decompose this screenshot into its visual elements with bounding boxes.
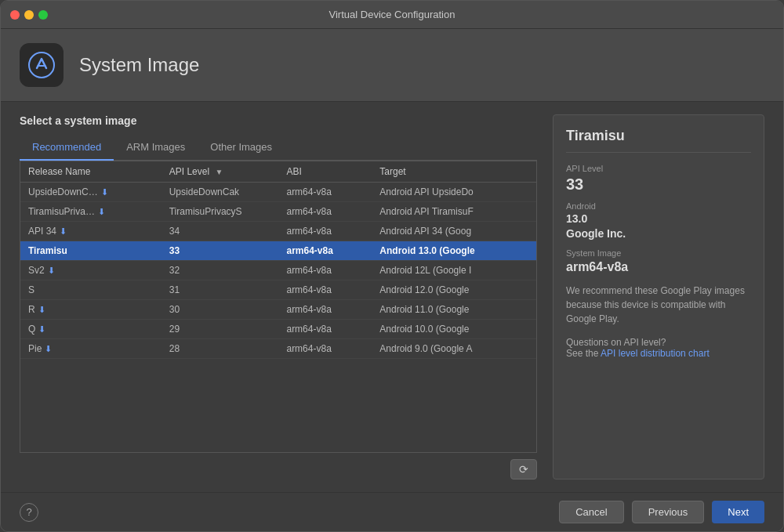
- tab-arm-images[interactable]: ARM Images: [114, 136, 198, 161]
- tab-recommended[interactable]: Recommended: [20, 136, 114, 161]
- table-row[interactable]: S31arm64-v8aAndroid 12.0 (Google: [20, 280, 536, 300]
- system-image-value: arm64-v8a: [566, 259, 751, 274]
- android-version-value: 13.0: [566, 212, 751, 226]
- cell-target: Android 10.0 (Google: [372, 320, 536, 339]
- cell-abi: arm64-v8a: [278, 320, 372, 339]
- footer-buttons: Cancel Previous Next: [559, 501, 764, 523]
- cell-target: Android API UpsideDo: [372, 183, 536, 202]
- col-abi: ABI: [278, 161, 372, 183]
- main-body: Select a system image Recommended ARM Im…: [1, 102, 783, 492]
- cell-api: 31: [162, 280, 279, 300]
- left-panel: Select a system image Recommended ARM Im…: [20, 114, 537, 480]
- see-text: See the: [566, 348, 601, 359]
- cell-target: Android API 34 (Goog: [372, 222, 536, 241]
- api-level-label: API Level: [566, 164, 751, 173]
- android-studio-icon: [27, 51, 56, 79]
- table-row[interactable]: Q⬇29arm64-v8aAndroid 10.0 (Google: [20, 320, 536, 339]
- right-panel: Tiramisu API Level 33 Android 13.0 Googl…: [553, 114, 764, 480]
- cell-target: Android 9.0 (Google A: [372, 339, 536, 359]
- cell-api: 29: [162, 320, 279, 339]
- vendor-value: Google Inc.: [566, 227, 751, 241]
- cell-abi: arm64-v8a: [278, 222, 372, 241]
- cell-api: 33: [162, 241, 279, 261]
- maximize-button[interactable]: [38, 10, 48, 20]
- sort-icon: ▼: [215, 168, 223, 176]
- table-row[interactable]: TiramisuPriva…⬇TiramisuPrivacySarm64-v8a…: [20, 202, 536, 222]
- content-area: System Image Select a system image Recom…: [1, 29, 783, 531]
- table-row[interactable]: Sv2⬇32arm64-v8aAndroid 12L (Google I: [20, 261, 536, 280]
- window-title: Virtual Device Configuration: [329, 9, 456, 20]
- cell-api: 32: [162, 261, 279, 280]
- cell-abi: arm64-v8a: [278, 183, 372, 202]
- cell-api: 28: [162, 339, 279, 359]
- info-title: Tiramisu: [566, 128, 751, 153]
- cell-abi: arm64-v8a: [278, 280, 372, 300]
- cell-release: TiramisuPriva…⬇: [20, 202, 162, 222]
- download-icon[interactable]: ⬇: [48, 266, 55, 275]
- table-row[interactable]: R⬇30arm64-v8aAndroid 11.0 (Google: [20, 300, 536, 320]
- cell-abi: arm64-v8a: [278, 241, 372, 261]
- cell-target: Android 12.0 (Google: [372, 280, 536, 300]
- tabs-bar: Recommended ARM Images Other Images: [20, 136, 537, 161]
- download-icon[interactable]: ⬇: [45, 344, 52, 353]
- cell-abi: arm64-v8a: [278, 339, 372, 359]
- api-chart-link[interactable]: API level distribution chart: [601, 348, 710, 359]
- main-window: Virtual Device Configuration System Imag…: [0, 0, 784, 532]
- table-row[interactable]: UpsideDownC…⬇UpsideDownCakarm64-v8aAndro…: [20, 183, 536, 202]
- cell-api: UpsideDownCak: [162, 183, 279, 202]
- col-api-level[interactable]: API Level ▼: [162, 161, 279, 183]
- cell-release: S: [20, 280, 162, 300]
- info-box: Tiramisu API Level 33 Android 13.0 Googl…: [553, 114, 764, 480]
- cell-api: 30: [162, 300, 279, 320]
- cancel-button[interactable]: Cancel: [559, 501, 623, 523]
- api-level-value: 33: [566, 175, 751, 194]
- cell-release: R⬇: [20, 300, 162, 320]
- cell-release: Pie⬇: [20, 339, 162, 359]
- cell-release: Q⬇: [20, 320, 162, 339]
- question-text: Questions on API level?: [566, 337, 666, 348]
- next-button[interactable]: Next: [712, 501, 764, 523]
- cell-target: Android API TiramisuF: [372, 202, 536, 222]
- refresh-button[interactable]: ⟳: [510, 459, 537, 480]
- refresh-row: ⟳: [20, 459, 537, 480]
- cell-release: Sv2⬇: [20, 261, 162, 280]
- minimize-button[interactable]: [24, 10, 34, 20]
- download-icon[interactable]: ⬇: [38, 305, 45, 314]
- help-button[interactable]: ?: [20, 503, 38, 522]
- android-label: Android: [566, 201, 751, 211]
- cell-release: Tiramisu: [20, 241, 162, 261]
- tab-other-images[interactable]: Other Images: [198, 136, 285, 161]
- cell-api: TiramisuPrivacyS: [162, 202, 279, 222]
- footer: ? Cancel Previous Next: [1, 492, 783, 531]
- app-icon: [20, 43, 64, 87]
- download-icon[interactable]: ⬇: [101, 187, 108, 197]
- close-button[interactable]: [10, 10, 20, 20]
- cell-abi: arm64-v8a: [278, 300, 372, 320]
- download-icon[interactable]: ⬇: [38, 324, 45, 334]
- cell-abi: arm64-v8a: [278, 261, 372, 280]
- cell-release: UpsideDownC…⬇: [20, 183, 162, 202]
- table-row[interactable]: API 34⬇34arm64-v8aAndroid API 34 (Goog: [20, 222, 536, 241]
- col-target: Target: [372, 161, 536, 183]
- col-release-name: Release Name: [20, 161, 162, 183]
- cell-api: 34: [162, 222, 279, 241]
- cell-release: API 34⬇: [20, 222, 162, 241]
- cell-target: Android 13.0 (Google: [372, 241, 536, 261]
- info-note: We recommend these Google Play images be…: [566, 284, 751, 326]
- select-label: Select a system image: [20, 114, 537, 127]
- previous-button[interactable]: Previous: [632, 501, 705, 523]
- download-icon[interactable]: ⬇: [60, 226, 67, 236]
- cell-target: Android 11.0 (Google: [372, 300, 536, 320]
- table-row[interactable]: Pie⬇28arm64-v8aAndroid 9.0 (Google A: [20, 339, 536, 359]
- system-image-table[interactable]: Release Name API Level ▼ ABI: [20, 161, 537, 453]
- system-image-label: System Image: [566, 248, 751, 258]
- cell-target: Android 12L (Google I: [372, 261, 536, 280]
- page-title: System Image: [79, 54, 199, 76]
- cell-abi: arm64-v8a: [278, 202, 372, 222]
- titlebar: Virtual Device Configuration: [1, 1, 783, 29]
- traffic-lights: [10, 10, 48, 20]
- api-question: Questions on API level? See the API leve…: [566, 337, 751, 359]
- download-icon[interactable]: ⬇: [98, 207, 105, 216]
- table-header-row: Release Name API Level ▼ ABI: [20, 161, 536, 183]
- table-row[interactable]: Tiramisu33arm64-v8aAndroid 13.0 (Google: [20, 241, 536, 261]
